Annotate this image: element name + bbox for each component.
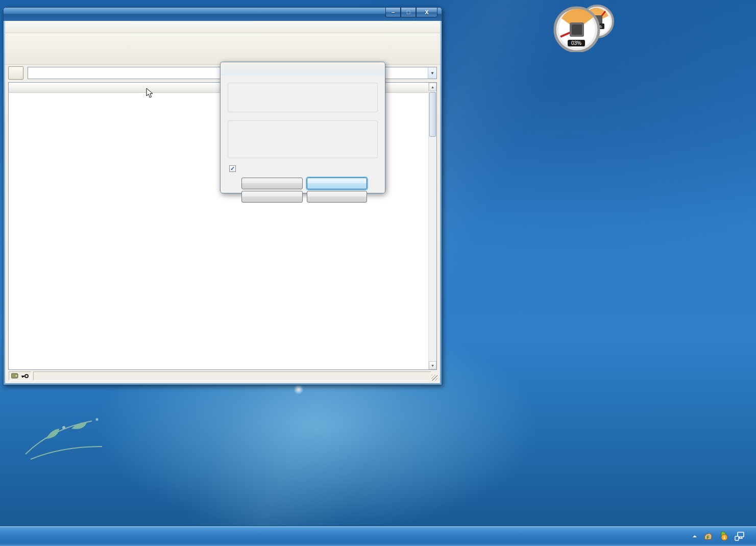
multithreading-checkbox[interactable]: ✓ xyxy=(229,165,239,172)
status-bar xyxy=(7,370,438,382)
paused-dialog: ✓ xyxy=(220,62,385,193)
svg-text:F: F xyxy=(706,535,710,540)
desktop: 23% 03% – □ X xyxy=(0,0,756,546)
status-icons-cell xyxy=(9,371,31,381)
scroll-down-button[interactable]: ▼ xyxy=(429,361,436,369)
resize-grip[interactable] xyxy=(431,375,437,381)
minimize-button[interactable]: – xyxy=(385,8,401,17)
network-tray-icon[interactable] xyxy=(735,532,746,541)
close-button[interactable]: X xyxy=(416,8,437,17)
up-one-level-button[interactable] xyxy=(8,66,23,80)
disk-icon xyxy=(11,373,19,379)
key-icon xyxy=(21,373,29,379)
dialog-body: ✓ xyxy=(222,76,383,191)
total-group xyxy=(228,120,378,158)
dialog-title[interactable] xyxy=(221,62,385,76)
toolbar xyxy=(5,33,440,65)
svg-text:1: 1 xyxy=(723,535,726,540)
scroll-up-button[interactable]: ▲ xyxy=(429,83,436,91)
maximize-button[interactable]: □ xyxy=(401,8,416,17)
scrollbar-thumb[interactable] xyxy=(429,92,436,137)
taskbar: F 1 xyxy=(0,526,756,546)
notification-badge-icon[interactable]: 1 xyxy=(718,531,729,541)
menu-bar xyxy=(5,21,440,33)
download-master-tray-icon[interactable]: F xyxy=(703,531,713,541)
cpu-gauge-value: 03% xyxy=(571,40,581,46)
performance-group xyxy=(228,83,378,112)
cpu-ram-gauge-gadget[interactable]: 23% 03% xyxy=(552,3,619,52)
status-summary xyxy=(33,371,431,381)
vertical-scrollbar[interactable]: ▲ ▼ xyxy=(428,83,436,369)
winrar-titlebar[interactable]: – □ X xyxy=(4,8,442,21)
help-button[interactable] xyxy=(307,191,367,203)
cancel-button[interactable] xyxy=(241,191,303,203)
system-tray: F 1 xyxy=(687,531,756,541)
continue-button[interactable] xyxy=(307,178,367,189)
background-mode-button[interactable] xyxy=(241,178,303,189)
tray-expand-icon[interactable] xyxy=(692,534,698,539)
checkbox-checkmark-icon: ✓ xyxy=(229,165,236,172)
address-dropdown-arrow[interactable]: ▼ xyxy=(428,67,436,79)
wallpaper-leaves-decoration xyxy=(15,398,128,464)
